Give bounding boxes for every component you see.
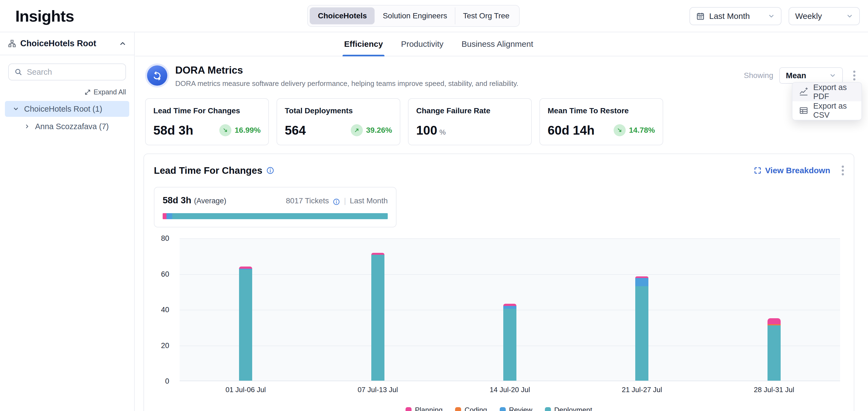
summary-average-label: (Average) — [194, 197, 226, 205]
trend-badge: 39.26% — [351, 124, 392, 136]
tree-node-label: Anna Scozzafava (7) — [35, 122, 109, 131]
bar-segment-deployment — [371, 255, 384, 381]
info-icon[interactable] — [333, 198, 340, 205]
stacked-bar-14-jul-20-jul — [503, 304, 517, 381]
sprint-cycle-icon — [147, 65, 167, 85]
view-breakdown-label: View Breakdown — [765, 166, 830, 175]
lead-time-summary-card: 58d 3h (Average) 8017 Tickets | Last Mon… — [154, 187, 397, 228]
metric-value: 100% — [416, 123, 446, 138]
legend-label: Coding — [464, 406, 487, 411]
lead-time-header: Lead Time For Changes View Breakdown — [144, 154, 854, 179]
tab-productivity[interactable]: Productivity — [401, 32, 443, 56]
chevron-right-icon[interactable] — [24, 124, 30, 130]
search-input[interactable] — [27, 68, 120, 77]
metric-value: 564 — [285, 123, 306, 138]
showing-select[interactable]: Mean — [779, 67, 843, 84]
view-breakdown-link[interactable]: View Breakdown — [753, 166, 830, 175]
view-tab-bar: EfficiencyProductivityBusiness Alignment — [135, 32, 868, 56]
legend-swatch — [500, 407, 506, 411]
table-icon — [799, 106, 808, 115]
org-tab-group: ChoiceHotelsSolution EngineersTest Org T… — [307, 5, 520, 27]
metric-title: Change Failure Rate — [416, 106, 524, 115]
y-axis-tick-label: 20 — [154, 341, 169, 350]
lead-time-title-group: Lead Time For Changes — [154, 165, 274, 176]
org-tab-solution-engineers[interactable]: Solution Engineers — [375, 7, 455, 24]
bar-segment-review — [503, 306, 517, 309]
legend-item-coding[interactable]: Coding — [455, 406, 487, 411]
lead-time-title: Lead Time For Changes — [154, 165, 262, 176]
org-chart-icon — [8, 39, 17, 48]
top-controls: Last Month Weekly — [689, 7, 860, 25]
lead-time-section: Lead Time For Changes View Breakdown — [144, 153, 854, 411]
metric-card-mean-time-to-restore: Mean Time To Restore60d 14h14.78% — [539, 98, 663, 145]
granularity-select[interactable]: Weekly — [788, 7, 860, 25]
legend-swatch — [455, 407, 461, 411]
bar-segment-planning — [239, 267, 252, 269]
legend-swatch — [405, 407, 411, 411]
tab-efficiency[interactable]: Efficiency — [344, 32, 383, 56]
metric-value: 60d 14h — [548, 123, 594, 138]
expand-all-button[interactable]: Expand All — [8, 88, 126, 96]
summary-period-label: Last Month — [350, 197, 388, 205]
chevron-down-icon — [846, 12, 853, 20]
tickets-label: 8017 Tickets — [286, 197, 329, 205]
sidebar-title: ChoiceHotels Root — [20, 39, 115, 48]
stacked-bar-21-jul-27-jul — [635, 276, 648, 381]
lead-time-kebab-menu-button[interactable] — [837, 162, 848, 179]
tree-node[interactable]: Anna Scozzafava (7) — [24, 118, 134, 134]
showing-label: Showing — [744, 71, 773, 80]
bar-segment-deployment — [503, 309, 517, 381]
dora-metrics-header: DORA Metrics DORA metrics measure softwa… — [145, 64, 860, 88]
legend-item-review[interactable]: Review — [500, 406, 532, 411]
chevron-down-icon — [829, 72, 836, 79]
phase-progress-bar — [163, 213, 388, 219]
period-select[interactable]: Last Month — [689, 7, 781, 25]
dora-title: DORA Metrics — [175, 65, 518, 76]
summary-row: 58d 3h (Average) 8017 Tickets | Last Mon… — [163, 195, 388, 205]
metric-title: Lead Time For Changes — [153, 106, 261, 115]
chart-y-axis: 020406080 — [154, 238, 169, 381]
legend-item-planning[interactable]: Planning — [405, 406, 442, 411]
menu-item-export-as-pdf[interactable]: Export as PDF — [793, 83, 861, 101]
bar-segment-deployment — [239, 270, 252, 381]
org-tab-choicehotels[interactable]: ChoiceHotels — [310, 7, 375, 24]
trend-percentage: 16.99% — [235, 126, 261, 135]
main-content: EfficiencyProductivityBusiness Alignment… — [135, 32, 868, 411]
x-axis-tick-label: 01 Jul-06 Jul — [225, 385, 266, 394]
granularity-select-value: Weekly — [795, 11, 822, 21]
bar-segment-deployment — [768, 326, 781, 381]
progress-segment-planning — [163, 213, 166, 219]
chevron-down-icon[interactable] — [12, 106, 19, 112]
search-icon — [14, 68, 23, 76]
trend-down-icon — [219, 124, 231, 136]
stacked-bar-01-jul-06-jul — [239, 267, 252, 381]
trend-percentage: 14.78% — [629, 126, 655, 135]
expand-all-label: Expand All — [94, 88, 126, 96]
tree-node[interactable]: ChoiceHotels Root (1) — [5, 101, 129, 117]
dora-text-block: DORA Metrics DORA metrics measure softwa… — [175, 64, 518, 88]
expand-all-icon — [84, 89, 91, 96]
chart-export-icon — [799, 87, 808, 97]
tab-business-alignment[interactable]: Business Alignment — [461, 32, 533, 56]
chevron-up-icon[interactable] — [119, 40, 126, 47]
metric-value-suffix: % — [439, 128, 446, 136]
bar-segment-deployment — [635, 286, 648, 381]
stacked-bar-28-jul-31-jul — [768, 318, 781, 381]
dora-icon-ring — [145, 64, 169, 88]
dora-kebab-menu-button[interactable] — [849, 67, 860, 84]
legend-swatch — [545, 407, 551, 411]
trend-badge: 16.99% — [219, 124, 261, 136]
legend-item-deployment[interactable]: Deployment — [545, 406, 592, 411]
menu-item-export-as-csv[interactable]: Export as CSV — [793, 101, 861, 120]
org-tab-test-org-tree[interactable]: Test Org Tree — [455, 7, 517, 24]
y-axis-tick-label: 80 — [154, 234, 169, 243]
tree-node-label: ChoiceHotels Root (1) — [24, 105, 102, 113]
org-tree: ChoiceHotels Root (1)Anna Scozzafava (7) — [0, 101, 134, 134]
sidebar: ChoiceHotels Root Expand All ChoiceHotel… — [0, 32, 135, 411]
x-axis-tick-label: 28 Jul-31 Jul — [754, 385, 794, 394]
plot-area — [180, 238, 840, 381]
sidebar-header[interactable]: ChoiceHotels Root — [0, 32, 134, 55]
legend-label: Review — [509, 406, 532, 411]
chart-legend: PlanningCodingReviewDeployment — [144, 406, 854, 411]
info-icon[interactable] — [266, 166, 274, 175]
